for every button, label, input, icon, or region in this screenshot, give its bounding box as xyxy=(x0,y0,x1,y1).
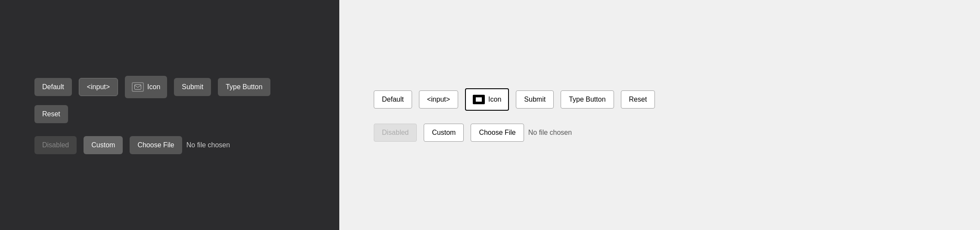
light-custom-button[interactable]: Custom xyxy=(424,124,464,142)
black-square-icon xyxy=(473,95,485,104)
light-panel: Default <input> Icon Submit Type Button … xyxy=(339,0,980,230)
light-choose-file-button[interactable]: Choose File xyxy=(471,124,524,142)
dark-panel: Default <input> Icon Submit Type Button … xyxy=(0,0,339,230)
light-submit-button[interactable]: Submit xyxy=(516,90,554,109)
light-type-button[interactable]: Type Button xyxy=(561,90,614,109)
light-no-file-text: No file chosen xyxy=(528,129,572,137)
dark-reset-button[interactable]: Reset xyxy=(34,105,68,123)
light-icon-label: Icon xyxy=(488,96,501,103)
dark-icon-label: Icon xyxy=(147,83,160,91)
envelope-icon-dark xyxy=(132,82,144,92)
dark-disabled-button: Disabled xyxy=(34,136,77,154)
dark-row1: Default <input> Icon Submit Type Button … xyxy=(34,76,305,123)
svg-rect-0 xyxy=(135,85,141,90)
dark-type-button[interactable]: Type Button xyxy=(218,78,270,96)
light-row2: Disabled Custom Choose File No file chos… xyxy=(374,124,572,142)
light-disabled-button: Disabled xyxy=(374,124,417,142)
svg-rect-1 xyxy=(476,97,482,102)
dark-submit-button[interactable]: Submit xyxy=(174,78,211,96)
dark-choose-file-button[interactable]: Choose File xyxy=(130,136,182,154)
dark-row2: Disabled Custom Choose File No file chos… xyxy=(34,136,230,154)
light-input-button[interactable]: <input> xyxy=(419,90,458,109)
dark-icon-button[interactable]: Icon xyxy=(125,76,167,98)
light-default-button[interactable]: Default xyxy=(374,90,412,109)
dark-custom-button[interactable]: Custom xyxy=(84,136,123,154)
dark-file-input: Choose File No file chosen xyxy=(130,136,230,154)
dark-no-file-text: No file chosen xyxy=(186,141,230,149)
light-row1: Default <input> Icon Submit Type Button … xyxy=(374,88,655,111)
light-reset-button[interactable]: Reset xyxy=(621,90,655,109)
dark-default-button[interactable]: Default xyxy=(34,78,72,96)
dark-input-button[interactable]: <input> xyxy=(79,78,118,96)
light-file-input: Choose File No file chosen xyxy=(471,124,572,142)
light-icon-button[interactable]: Icon xyxy=(465,88,509,111)
